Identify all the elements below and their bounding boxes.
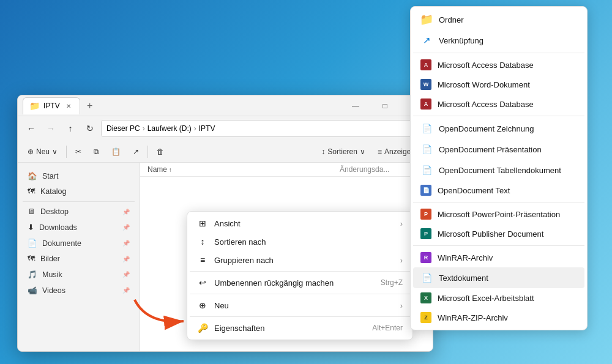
sidebar-item-start[interactable]: 🏠 Start [20, 168, 137, 184]
odp-icon: 📄 [420, 143, 433, 155]
sub-odp-label: OpenDocument Präsentation [439, 145, 542, 154]
access1-icon: A [420, 59, 431, 70]
title-bar: 📁 IPTV ✕ + — □ ✕ [18, 95, 433, 116]
sub-item-ppt[interactable]: P Microsoft PowerPoint-Präsentation [413, 204, 584, 224]
breadcrumb[interactable]: Dieser PC › Laufwerk (D:) › IPTV [101, 120, 428, 137]
ctx-divider-2 [190, 294, 410, 294]
ctx-item-ansicht[interactable]: ⊞ Ansicht › [190, 214, 410, 232]
gruppieren-arrow-icon: › [400, 256, 403, 265]
breadcrumb-pc[interactable]: Dieser PC [106, 124, 140, 133]
sub-item-rar[interactable]: R WinRAR-Archiv [413, 248, 584, 267]
sub-rar-label: WinRAR-Archiv [438, 253, 493, 262]
back-button[interactable]: ← [23, 120, 40, 137]
chevron-sort-icon: ∨ [360, 147, 365, 156]
plus-icon: ⊕ [28, 147, 34, 156]
sub-item-txt[interactable]: 📄 Textdokument [413, 267, 584, 288]
maximize-button[interactable]: □ [371, 97, 398, 115]
cut-icon: ✂ [75, 147, 81, 156]
delete-button[interactable]: 🗑 [152, 146, 169, 158]
sub-verknuepfung-label: Verknüpfung [439, 36, 483, 45]
sidebar-item-music[interactable]: 🎵 Musik [20, 267, 137, 282]
sidebar-start-label: Start [42, 172, 58, 180]
txt-icon: 📄 [420, 272, 433, 284]
gruppieren-icon: ≡ [197, 255, 208, 265]
sub-item-odt[interactable]: 📄 OpenDocument Text [413, 180, 584, 200]
new-label: Neu [36, 147, 50, 156]
sidebar-item-videos[interactable]: 📹 Videos [20, 283, 137, 298]
sub-item-access2[interactable]: A Microsoft Access Database [413, 94, 584, 114]
cut-button[interactable]: ✂ [70, 146, 86, 158]
neu-icon: ⊕ [197, 300, 208, 310]
new-tab-button[interactable]: + [83, 98, 97, 113]
home-icon: 🏠 [28, 171, 37, 180]
sub-txt-label: Textdokument [439, 273, 488, 283]
sub-item-ods[interactable]: 📄 OpenDocument Tabellendokument [413, 160, 584, 180]
eigenschaften-icon: 🔑 [197, 323, 208, 333]
sort-label: Sortieren [327, 147, 357, 156]
sub-item-pub[interactable]: P Microsoft Publisher Document [413, 224, 584, 243]
ctx-item-eigenschaften[interactable]: 🔑 Eigenschaften Alt+Enter [190, 319, 410, 337]
sidebar-pictures-label: Bilder [40, 254, 60, 263]
odg-icon: 📄 [420, 122, 433, 135]
sub-item-zip[interactable]: Z WinRAR-ZIP-Archiv [413, 308, 584, 327]
ctx-item-neu[interactable]: ⊕ Neu › [190, 296, 410, 314]
sub-item-odp[interactable]: 📄 OpenDocument Präsentation [413, 139, 584, 160]
breadcrumb-folder[interactable]: IPTV [199, 124, 215, 133]
breadcrumb-sep1: › [143, 124, 145, 133]
sub-pub-label: Microsoft Publisher Document [438, 229, 543, 239]
sub-item-access1[interactable]: A Microsoft Access Database [413, 55, 584, 75]
ctx-gruppieren-label: Gruppieren nach [214, 256, 274, 265]
chevron-icon: ∨ [52, 147, 58, 156]
zip-icon: Z [420, 312, 431, 323]
ctx-ansicht-label: Ansicht [214, 219, 241, 228]
new-submenu: 📁 Ordner ↗ Verknüpfung A Microsoft Acces… [410, 6, 588, 330]
copy-button[interactable]: ⧉ [89, 146, 104, 158]
sortieren-icon: ↕ [197, 237, 208, 247]
forward-button[interactable]: → [42, 120, 59, 137]
breadcrumb-drive[interactable]: Laufwerk (D:) [147, 124, 192, 133]
column-name[interactable]: Name [147, 165, 340, 174]
link-icon: ↗ [420, 34, 433, 46]
ctx-item-sortieren[interactable]: ↕ Sortieren nach [190, 232, 410, 251]
folder-submenu-icon: 📁 [420, 13, 433, 26]
umbenennen-icon: ↩ [197, 278, 208, 288]
up-button[interactable]: ↑ [62, 120, 79, 137]
sub-item-ordner[interactable]: 📁 Ordner [413, 9, 584, 30]
sort-button[interactable]: ↕ Sortieren ∨ [316, 146, 370, 158]
share-icon: ↗ [133, 147, 139, 156]
share-button[interactable]: ↗ [128, 146, 144, 158]
music-icon: 🎵 [28, 270, 37, 279]
sub-item-xls[interactable]: X Microsoft Excel-Arbeitsblatt [413, 288, 584, 308]
sidebar-item-downloads[interactable]: ⬇ Downloads [20, 220, 137, 235]
sidebar-item-desktop[interactable]: 🖥 Desktop [20, 204, 137, 219]
paste-button[interactable]: 📋 [106, 146, 125, 158]
refresh-button[interactable]: ↻ [81, 120, 99, 137]
pictures-icon: 🗺 [28, 254, 35, 263]
ctx-item-gruppieren[interactable]: ≡ Gruppieren nach › [190, 251, 410, 269]
ctx-divider-1 [190, 271, 410, 272]
ctx-umbenennen-label: Umbenennen rückgängig machen [214, 278, 334, 288]
sidebar-videos-label: Videos [42, 286, 65, 295]
ctx-item-umbenennen[interactable]: ↩ Umbenennen rückgängig machen Strg+Z [190, 273, 410, 292]
sub-word-label: Microsoft Word-Dokument [438, 80, 530, 89]
sub-item-odg[interactable]: 📄 OpenDocument Zeichnung [413, 118, 584, 139]
close-tab-button[interactable]: ✕ [64, 101, 73, 111]
desktop-icon: 🖥 [28, 207, 35, 216]
sidebar-item-documents[interactable]: 📄 Dokumente [20, 236, 137, 251]
tab-title: IPTV [43, 102, 60, 110]
sub-divider-3 [413, 202, 584, 202]
sidebar: 🏠 Start 🗺 Katalog 🖥 Desktop ⬇ Downloads … [18, 163, 140, 351]
view-icon: ≡ [378, 147, 382, 156]
sidebar-item-pictures[interactable]: 🗺 Bilder [20, 251, 137, 266]
sub-odt-label: OpenDocument Text [438, 186, 510, 195]
pub-icon: P [420, 228, 431, 239]
sidebar-item-catalog[interactable]: 🗺 Katalog [20, 184, 137, 199]
new-button[interactable]: ⊕ Neu ∨ [23, 146, 62, 158]
catalog-icon: 🗺 [28, 187, 35, 196]
sub-item-word[interactable]: W Microsoft Word-Dokument [413, 75, 584, 94]
separator-1 [66, 146, 67, 158]
sub-item-verknuepfung[interactable]: ↗ Verknüpfung [413, 30, 584, 51]
explorer-tab[interactable]: 📁 IPTV ✕ [23, 97, 80, 114]
documents-icon: 📄 [28, 239, 37, 248]
minimize-button[interactable]: — [342, 97, 369, 115]
